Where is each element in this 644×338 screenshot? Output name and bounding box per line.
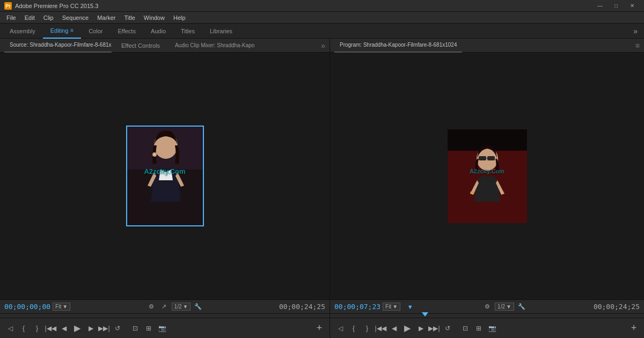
editing-label: Editing bbox=[50, 27, 69, 34]
program-tab[interactable]: Program: Shraddha-Kapoor-Filmfare-8-681x… bbox=[334, 39, 462, 53]
program-overwrite-btn[interactable]: ⊞ bbox=[473, 322, 485, 334]
source-go-out-btn[interactable]: ▶▶| bbox=[98, 322, 110, 334]
app-title: Adobe Premiere Pro CC 2015.3 bbox=[15, 3, 592, 9]
program-loop-btn[interactable]: ↺ bbox=[442, 322, 453, 334]
source-export-icon[interactable]: ↗ bbox=[159, 302, 170, 312]
svg-rect-9 bbox=[479, 156, 486, 160]
menu-bar: File Edit Clip Sequence Marker Title Win… bbox=[0, 12, 644, 24]
source-scale-dropdown[interactable]: 1/2 ▼ bbox=[172, 303, 191, 311]
tab-color[interactable]: Color bbox=[81, 24, 110, 39]
menu-sequence[interactable]: Sequence bbox=[58, 12, 93, 24]
playhead-triangle bbox=[422, 312, 428, 317]
workspace-tabs: Assembly Editing ≡ Color Effects Audio T… bbox=[0, 24, 644, 39]
program-mark-clip-btn[interactable]: } bbox=[361, 322, 373, 334]
source-video-frame: A2zcity.Com bbox=[126, 126, 204, 226]
source-tab[interactable]: Source: Shraddha-Kapoor-Filmfare-8-681x1… bbox=[4, 39, 112, 53]
menu-window[interactable]: Window bbox=[140, 12, 169, 24]
program-scrubber-playhead bbox=[425, 312, 426, 319]
program-play-btn[interactable]: ▶ bbox=[401, 322, 413, 334]
source-monitor-content: A2zcity.Com bbox=[0, 53, 330, 299]
program-mark-in-btn[interactable]: ◁ bbox=[334, 322, 346, 334]
close-button[interactable]: ✕ bbox=[625, 1, 640, 11]
source-play-btn[interactable]: ▶ bbox=[71, 322, 83, 334]
program-scrubber[interactable] bbox=[330, 313, 644, 318]
program-timecode-in[interactable]: 00;00;07;23 bbox=[334, 303, 380, 311]
svg-rect-12 bbox=[470, 192, 474, 193]
program-add-btn[interactable]: + bbox=[628, 322, 640, 334]
program-monitor-header: Program: Shraddha-Kapoor-Filmfare-8-681x… bbox=[330, 39, 644, 53]
source-overwrite-btn[interactable]: ⊞ bbox=[143, 322, 155, 334]
main-layout: Source: Shraddha-Kapoor-Filmfare-8-681x1… bbox=[0, 39, 644, 338]
menu-edit[interactable]: Edit bbox=[20, 12, 39, 24]
program-scale-dropdown[interactable]: 1/2 ▼ bbox=[495, 303, 514, 311]
source-scrubber[interactable] bbox=[0, 313, 330, 318]
program-go-out-btn[interactable]: ▶▶| bbox=[428, 322, 440, 334]
tab-assembly[interactable]: Assembly bbox=[2, 24, 43, 39]
title-bar: Pr Adobe Premiere Pro CC 2015.3 — □ ✕ bbox=[0, 0, 644, 12]
program-monitor-content: A2zcity.Com bbox=[330, 53, 644, 299]
left-panel: Source: Shraddha-Kapoor-Filmfare-8-681x1… bbox=[0, 39, 330, 338]
source-insert-btn[interactable]: ⊡ bbox=[129, 322, 141, 334]
program-fit-dropdown[interactable]: Fit ▼ bbox=[383, 303, 400, 311]
audio-clip-mixer-tab[interactable]: Audio Clip Mixer: Shraddha-Kapo bbox=[170, 39, 255, 53]
window-controls: — □ ✕ bbox=[592, 1, 640, 11]
program-step-fwd-btn[interactable]: ▶ bbox=[415, 322, 427, 334]
program-settings-icon[interactable]: ⚙ bbox=[482, 302, 493, 312]
menu-help[interactable]: Help bbox=[169, 12, 190, 24]
tab-effects[interactable]: Effects bbox=[110, 24, 143, 39]
program-mark-out-btn[interactable]: { bbox=[348, 322, 360, 334]
program-playback-controls: ◁ { } |◀◀ ◀ ▶ ▶ ▶▶| ↺ ⊡ ⊞ 📷 + bbox=[330, 318, 644, 338]
source-panel-more[interactable]: » bbox=[321, 41, 325, 50]
source-mark-out-btn[interactable]: { bbox=[18, 322, 30, 334]
source-fit-dropdown[interactable]: Fit ▼ bbox=[53, 303, 70, 311]
minimize-button[interactable]: — bbox=[592, 1, 608, 11]
tab-titles[interactable]: Titles bbox=[173, 24, 202, 39]
program-camera-btn[interactable]: 📷 bbox=[486, 322, 498, 334]
source-settings-icon[interactable]: ⚙ bbox=[146, 302, 157, 312]
menu-marker[interactable]: Marker bbox=[93, 12, 120, 24]
effect-controls-tab[interactable]: Effect Controls bbox=[116, 39, 165, 53]
program-needle-icon[interactable]: ▼ bbox=[405, 302, 415, 312]
program-step-back-btn[interactable]: ◀ bbox=[388, 322, 400, 334]
source-monitor: Source: Shraddha-Kapoor-Filmfare-8-681x1… bbox=[0, 39, 330, 338]
source-add-btn[interactable]: + bbox=[313, 322, 325, 334]
source-video-svg bbox=[127, 127, 204, 226]
source-go-in-btn[interactable]: |◀◀ bbox=[45, 322, 56, 334]
menu-title[interactable]: Title bbox=[120, 12, 139, 24]
tab-editing[interactable]: Editing ≡ bbox=[43, 24, 81, 39]
source-playback-controls: ◁ { } |◀◀ ◀ ▶ ▶ ▶▶| ↺ ⊡ ⊞ 📷 + bbox=[0, 318, 330, 338]
program-wrench-icon[interactable]: 🔧 bbox=[516, 302, 527, 312]
source-wrench-icon[interactable]: 🔧 bbox=[193, 302, 203, 312]
source-step-fwd-btn[interactable]: ▶ bbox=[85, 322, 97, 334]
menu-file[interactable]: File bbox=[2, 12, 20, 24]
source-timecode-out: 00;00;24;25 bbox=[279, 303, 325, 311]
tab-audio[interactable]: Audio bbox=[143, 24, 173, 39]
program-timecode-bar: 00;00;07;23 Fit ▼ ▼ ⚙ 1/2 ▼ 🔧 00;00;24;2… bbox=[330, 299, 644, 313]
source-mark-in-btn[interactable]: ◁ bbox=[4, 322, 16, 334]
source-monitor-header: Source: Shraddha-Kapoor-Filmfare-8-681x1… bbox=[0, 39, 330, 53]
program-video-frame: A2zcity.Com bbox=[448, 129, 527, 223]
maximize-button[interactable]: □ bbox=[609, 1, 624, 11]
app-icon: Pr bbox=[4, 2, 12, 10]
source-step-back-btn[interactable]: ◀ bbox=[58, 322, 70, 334]
source-loop-btn[interactable]: ↺ bbox=[112, 322, 123, 334]
program-go-in-btn[interactable]: |◀◀ bbox=[375, 322, 386, 334]
source-timecode-in[interactable]: 00;00;00;00 bbox=[4, 303, 50, 311]
svg-point-4 bbox=[153, 153, 156, 156]
program-panel-more[interactable]: ≡ bbox=[635, 41, 640, 50]
source-timecode-bar: 00;00;00;00 Fit ▼ ⚙ ↗ 1/2 ▼ 🔧 00;00;24;2… bbox=[0, 299, 330, 313]
program-video-svg bbox=[448, 129, 527, 223]
tab-libraries[interactable]: Libraries bbox=[202, 24, 240, 39]
program-insert-btn[interactable]: ⊡ bbox=[459, 322, 471, 334]
workspace-more-button[interactable]: » bbox=[629, 25, 642, 38]
menu-clip[interactable]: Clip bbox=[39, 12, 58, 24]
source-mark-clip-btn[interactable]: } bbox=[31, 322, 43, 334]
editing-indicator-icon: ≡ bbox=[70, 27, 74, 33]
program-timecode-out: 00;00;24;25 bbox=[594, 303, 640, 311]
source-frame-wrapper: A2zcity.Com bbox=[0, 126, 330, 226]
svg-rect-10 bbox=[487, 156, 495, 160]
right-panel: Program: Shraddha-Kapoor-Filmfare-8-681x… bbox=[330, 39, 644, 338]
program-frame-wrapper: A2zcity.Com bbox=[330, 129, 644, 223]
source-camera-btn[interactable]: 📷 bbox=[156, 322, 168, 334]
